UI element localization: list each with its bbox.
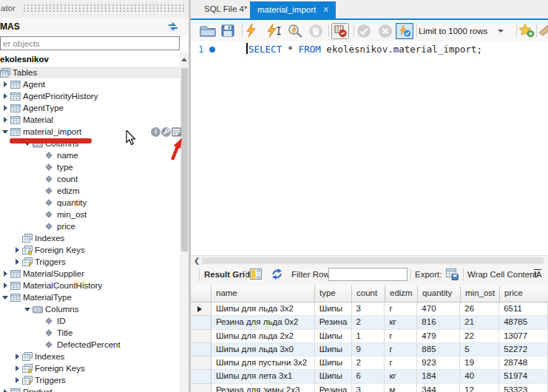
grid-cell[interactable]: 2 xyxy=(352,356,385,370)
tree-item-min-ost[interactable]: min_ost xyxy=(0,209,180,220)
grid-row-7[interactable]: Резина для зимы 2x3Резина3м3441253323 xyxy=(191,384,548,392)
scroll-up-arrow-icon[interactable] xyxy=(181,56,187,62)
grid-cell[interactable]: кг xyxy=(385,316,417,329)
expand-arrow-icon[interactable] xyxy=(2,81,10,88)
grid-cell[interactable]: Шипы для льда 3x0 xyxy=(212,343,315,356)
expand-arrow-icon[interactable] xyxy=(14,246,22,254)
tree-item-tables[interactable]: Tables xyxy=(0,67,180,78)
save-file-button[interactable] xyxy=(221,23,234,38)
grid-row-5[interactable]: Шипы для пустыни 3x2Шипы2г9231928748 xyxy=(191,356,548,370)
rollback-button[interactable] xyxy=(378,23,393,38)
sql-code-line[interactable]: SELECT * FROM ekolesnikov.material_impor… xyxy=(248,44,482,55)
grid-cell[interactable]: 52272 xyxy=(499,343,548,356)
tree-item-defectedpercent[interactable]: DefectedPercent xyxy=(0,339,180,351)
execute-statement-button[interactable] xyxy=(267,23,282,38)
scroll-left-arrow-icon[interactable]: ❮ xyxy=(194,257,201,265)
grid-cell[interactable]: 53323 xyxy=(499,384,548,392)
tree-item-id[interactable]: ID xyxy=(0,315,180,327)
result-grid-view-icon[interactable] xyxy=(250,268,262,280)
tree-item-type[interactable]: type xyxy=(0,161,180,173)
grid-cell[interactable]: 2 xyxy=(352,316,385,329)
tree-item-agenttype[interactable]: AgentType xyxy=(0,102,180,114)
table-wrench-icon[interactable] xyxy=(161,127,171,137)
expand-arrow-icon[interactable] xyxy=(2,294,10,301)
grid-cell[interactable]: 9 xyxy=(352,343,385,356)
sql-editor-area[interactable]: 1 SELECT * FROM ekolesnikov.material_imp… xyxy=(191,41,548,255)
table-edit-grid-icon[interactable] xyxy=(172,127,181,137)
table-info-icon[interactable]: i xyxy=(151,127,160,137)
grid-cell[interactable]: 48785 xyxy=(499,316,548,329)
grid-cell[interactable]: 479 xyxy=(417,330,460,343)
tree-item-materialtype[interactable]: MaterialType xyxy=(0,291,180,303)
expand-arrow-icon[interactable] xyxy=(14,258,22,266)
grid-cell[interactable]: 12 xyxy=(460,384,499,392)
close-tab-icon[interactable]: × xyxy=(323,1,328,18)
grid-cell[interactable]: Шипы xyxy=(315,356,352,370)
expand-arrow-icon[interactable] xyxy=(2,104,10,112)
tree-item-columns[interactable]: Columns xyxy=(0,303,180,315)
save-snippet-button[interactable] xyxy=(519,23,535,38)
tree-item-product[interactable]: Product xyxy=(0,386,180,392)
grid-column-header-quantity[interactable]: quantity xyxy=(418,285,461,302)
row-selector[interactable] xyxy=(191,343,212,356)
grid-column-header-min-ost[interactable]: min_ost xyxy=(461,285,500,302)
expand-arrow-icon[interactable] xyxy=(2,128,10,135)
grid-column-header-edizm[interactable]: edizm xyxy=(385,285,418,302)
grid-cell[interactable]: 5 xyxy=(460,343,499,356)
grid-column-header-name[interactable]: name xyxy=(212,285,315,302)
grid-row-2[interactable]: Резина для льда 0x2Резина2кг8162148785 xyxy=(191,316,548,329)
row-selector[interactable] xyxy=(191,370,212,383)
grid-cell[interactable]: Шипы для лета 3x1 xyxy=(212,370,315,383)
expand-arrow-icon[interactable] xyxy=(24,305,33,313)
tree-item-price[interactable]: price xyxy=(0,220,180,232)
grid-cell[interactable]: Шипы xyxy=(315,330,352,343)
grid-column-header-price[interactable]: price xyxy=(500,285,548,302)
tree-item-indexes[interactable]: Indexes xyxy=(0,232,180,244)
grid-cell[interactable]: 21 xyxy=(460,316,499,329)
explain-plan-button[interactable] xyxy=(288,23,303,38)
tree-item-material[interactable]: Material xyxy=(0,114,180,126)
expand-arrow-icon[interactable] xyxy=(2,270,10,277)
expand-arrow-icon[interactable] xyxy=(14,365,22,372)
tree-item-triggers[interactable]: Triggers xyxy=(0,256,180,268)
row-selector[interactable] xyxy=(191,384,212,392)
tree-item-quantity[interactable]: quantity xyxy=(0,197,180,209)
grid-cell[interactable]: 51974 xyxy=(499,370,548,383)
expand-arrow-icon[interactable] xyxy=(2,282,10,289)
grid-cell[interactable]: 3 xyxy=(352,303,385,316)
refresh-schemas-icon[interactable] xyxy=(167,21,179,33)
grid-cell[interactable]: Шипы для льда 3x2 xyxy=(212,303,315,316)
tree-item-count[interactable]: count xyxy=(0,173,180,185)
grid-cell[interactable]: 1 xyxy=(352,330,385,343)
expand-arrow-icon[interactable] xyxy=(2,92,10,100)
grid-cell[interactable]: 28748 xyxy=(499,356,548,370)
expand-arrow-icon[interactable] xyxy=(2,388,10,392)
expand-arrow-icon[interactable] xyxy=(2,116,10,124)
tree-item-title[interactable]: Title xyxy=(0,327,180,339)
grid-cell[interactable]: 3 xyxy=(352,384,385,392)
tree-item-foreign-keys[interactable]: Foreign Keys xyxy=(0,244,180,256)
tree-item-materialcounthistory[interactable]: MaterialCountHistory xyxy=(0,280,180,291)
expand-arrow-icon[interactable] xyxy=(14,353,22,360)
grid-column-header-type[interactable]: type xyxy=(315,285,352,302)
tree-item-name[interactable]: name xyxy=(0,149,180,161)
tree-item-agentpriorityhistory[interactable]: AgentPriorityHistory xyxy=(0,90,180,102)
tree-item-edizm[interactable]: edizm xyxy=(0,185,180,197)
beautify-script-button[interactable] xyxy=(539,23,548,38)
tab-material-import[interactable]: material_import × xyxy=(250,1,336,18)
grid-row-6[interactable]: Шипы для лета 3x1Шипы6кг1844051974 xyxy=(191,370,548,383)
grid-cell[interactable]: Шипы xyxy=(315,343,352,356)
grid-cell[interactable]: Резина для зимы 2x3 xyxy=(212,384,315,392)
tree-item-indexes[interactable]: Indexes xyxy=(0,351,180,362)
grid-cell[interactable]: 40 xyxy=(460,370,499,383)
row-selector[interactable] xyxy=(191,330,212,343)
grid-cell[interactable]: Шипы xyxy=(315,370,352,383)
execute-script-button[interactable] xyxy=(246,23,257,38)
grid-cell[interactable]: Шипы для льда 2x2 xyxy=(212,330,315,343)
grid-cell[interactable]: Резина для льда 0x2 xyxy=(212,316,315,329)
grid-cell[interactable]: 885 xyxy=(417,343,460,356)
wrap-cell-content-icon[interactable]: IA xyxy=(534,269,541,280)
row-selector[interactable] xyxy=(191,356,212,370)
grid-cell[interactable]: 13077 xyxy=(499,330,548,343)
grid-cell[interactable]: Шипы для пустыни 3x2 xyxy=(212,356,315,370)
